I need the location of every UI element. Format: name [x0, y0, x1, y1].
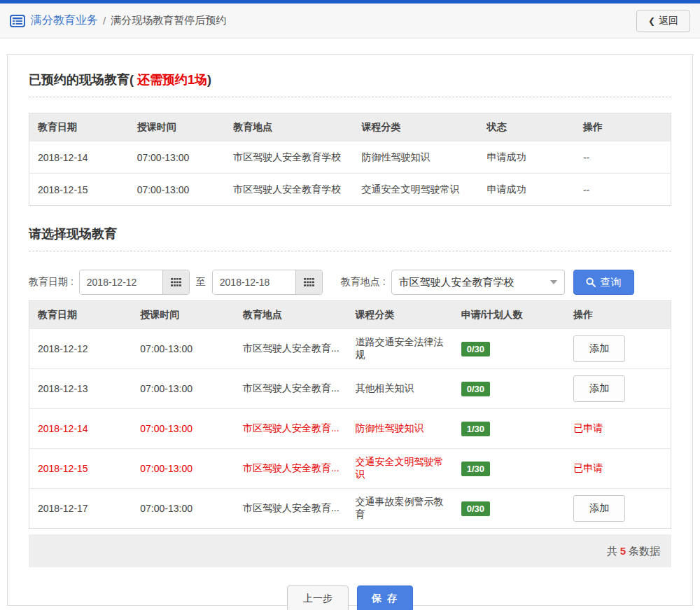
back-button[interactable]: ❮ 返回	[636, 10, 690, 32]
record-count-bar: 共5条数据	[29, 534, 671, 567]
table-row: 2018-12-14 07:00-13:00 市区驾驶人安全教育学校 防御性驾驶…	[29, 141, 671, 174]
cell-quota: 0/30	[453, 329, 565, 369]
cell-action: --	[575, 141, 671, 174]
cell-quota: 1/30	[453, 449, 565, 489]
save-button[interactable]: 保 存	[357, 585, 413, 610]
column-header: 操作	[575, 113, 671, 141]
breadcrumb-separator: /	[103, 15, 106, 27]
cell-place: 市区驾驶人安全教育学校	[225, 174, 353, 206]
app-header: 满分教育业务 / 满分现场教育暂停后预约 ❮ 返回	[0, 4, 700, 39]
cell-place: 市区驾驶人安全教育...	[234, 409, 346, 449]
back-button-label: 返回	[659, 15, 678, 27]
date-range-to-label: 至	[196, 276, 206, 289]
column-header: 课程分类	[354, 113, 479, 141]
column-header: 操作	[565, 301, 671, 329]
place-select-value: 市区驾驶人安全教育学校	[399, 276, 514, 289]
cell-action: 添加	[565, 489, 671, 529]
add-button[interactable]: 添加	[573, 335, 625, 362]
table-row: 2018-12-13 07:00-13:00 市区驾驶人安全教育... 其他相关…	[29, 369, 671, 409]
select-section-title: 请选择现场教育	[29, 226, 671, 242]
booked-title-highlight: 还需预约1场	[137, 73, 207, 87]
count-prefix: 共	[607, 545, 617, 557]
cell-date: 2018-12-14	[29, 141, 129, 174]
cell-time: 07:00-13:00	[132, 489, 234, 529]
cell-quota: 0/30	[453, 489, 565, 529]
calendar-icon[interactable]	[162, 270, 189, 294]
booked-title-prefix: 已预约的现场教育(	[29, 73, 137, 87]
schedule-table: 教育日期 授课时间 教育地点 课程分类 申请/计划人数 操作 2018-12-1…	[29, 300, 671, 529]
applied-label: 已申请	[573, 422, 603, 434]
column-header: 教育地点	[225, 113, 353, 141]
column-header: 教育日期	[29, 113, 129, 141]
place-select[interactable]: 市区驾驶人安全教育学校	[391, 270, 565, 295]
cell-place: 市区驾驶人安全教育...	[234, 369, 346, 409]
cell-quota: 1/30	[453, 409, 565, 449]
previous-step-button[interactable]: 上一步	[287, 585, 349, 610]
cell-course: 其他相关知识	[346, 369, 452, 409]
search-icon	[586, 277, 596, 287]
cell-course: 防御性驾驶知识	[354, 141, 479, 174]
cell-time: 07:00-13:00	[132, 409, 234, 449]
cell-date: 2018-12-15	[29, 449, 132, 489]
column-header: 授课时间	[129, 113, 225, 141]
add-button[interactable]: 添加	[573, 375, 625, 402]
filter-bar: 教育日期 : 至	[29, 270, 671, 295]
cell-place: 市区驾驶人安全教育...	[234, 489, 346, 529]
chevron-left-icon: ❮	[648, 16, 655, 26]
cell-course: 交通安全文明驾驶常识	[354, 174, 479, 206]
cell-time: 07:00-13:00	[132, 329, 234, 369]
cell-time: 07:00-13:00	[129, 141, 225, 174]
cell-date: 2018-12-15	[29, 174, 129, 206]
place-filter-label: 教育地点 :	[341, 276, 386, 289]
cell-date: 2018-12-13	[29, 369, 132, 409]
cell-quota: 0/30	[453, 369, 565, 409]
date-from-input[interactable]	[80, 270, 162, 294]
cell-action: 添加	[565, 329, 671, 369]
cell-action: 已申请	[565, 449, 671, 489]
booked-title-suffix: )	[207, 73, 211, 87]
cell-course: 防御性驾驶知识	[346, 409, 452, 449]
dashed-divider	[29, 251, 671, 251]
quota-badge: 1/30	[461, 422, 490, 436]
list-icon	[10, 15, 25, 27]
table-row: 2018-12-17 07:00-13:00 市区驾驶人安全教育... 交通事故…	[29, 489, 671, 529]
applied-label: 已申请	[573, 462, 603, 473]
table-row: 2018-12-15 07:00-13:00 市区驾驶人安全教育学校 交通安全文…	[29, 174, 671, 206]
cell-place: 市区驾驶人安全教育...	[234, 329, 346, 369]
breadcrumb-root-link[interactable]: 满分教育业务	[31, 13, 98, 28]
booked-section-title: 已预约的现场教育( 还需预约1场)	[29, 71, 671, 88]
date-filter-label: 教育日期 :	[29, 276, 74, 289]
calendar-icon[interactable]	[295, 270, 322, 294]
date-to-group	[212, 270, 323, 295]
main-panel: 已预约的现场教育( 还需预约1场) 教育日期 授课时间 教育地点 课程分类 状态…	[7, 54, 693, 606]
table-row-applied: 2018-12-15 07:00-13:00 市区驾驶人安全教育... 交通安全…	[29, 449, 671, 489]
date-to-input[interactable]	[213, 270, 295, 294]
form-actions: 上一步 保 存	[29, 585, 671, 610]
cell-course: 交通事故案例警示教育	[346, 489, 452, 529]
cell-date: 2018-12-12	[29, 329, 132, 369]
add-button[interactable]: 添加	[573, 495, 625, 522]
cell-status: 申请成功	[478, 141, 575, 174]
dashed-divider	[29, 97, 671, 97]
cell-place: 市区驾驶人安全教育...	[234, 449, 346, 489]
column-header: 授课时间	[132, 301, 234, 329]
booked-table: 教育日期 授课时间 教育地点 课程分类 状态 操作 2018-12-14 07:…	[29, 113, 671, 206]
column-header: 状态	[478, 113, 575, 141]
cell-action: 添加	[565, 369, 671, 409]
chevron-down-icon	[550, 280, 557, 284]
cell-time: 07:00-13:00	[132, 369, 234, 409]
search-button[interactable]: 查询	[573, 270, 634, 295]
column-header: 课程分类	[346, 301, 452, 329]
cell-place: 市区驾驶人安全教育学校	[225, 141, 353, 174]
column-header: 申请/计划人数	[453, 301, 565, 329]
cell-time: 07:00-13:00	[129, 174, 225, 206]
table-row: 2018-12-12 07:00-13:00 市区驾驶人安全教育... 道路交通…	[29, 329, 671, 369]
quota-badge: 0/30	[461, 342, 490, 356]
column-header: 教育日期	[29, 301, 132, 329]
cell-status: 申请成功	[478, 174, 575, 206]
cell-course: 交通安全文明驾驶常识	[346, 449, 452, 489]
column-header: 教育地点	[234, 301, 346, 329]
table-row-applied: 2018-12-14 07:00-13:00 市区驾驶人安全教育... 防御性驾…	[29, 409, 671, 449]
booked-table-header-row: 教育日期 授课时间 教育地点 课程分类 状态 操作	[29, 113, 671, 141]
cell-date: 2018-12-17	[29, 489, 132, 529]
